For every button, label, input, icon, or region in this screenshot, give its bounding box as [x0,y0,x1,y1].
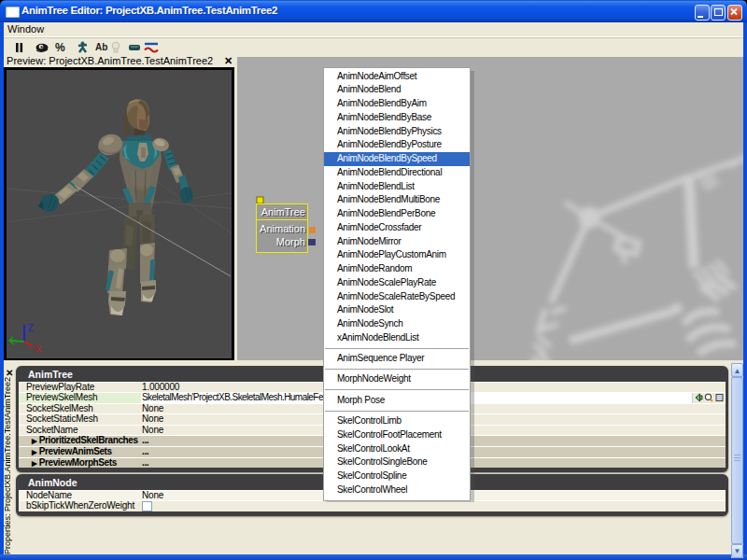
svg-text:AnimTree: AnimTree [261,206,305,217]
svg-text:Ab: Ab [95,42,107,52]
svg-text:Z: Z [28,323,34,333]
svg-text:%: % [55,41,65,54]
svg-text:Animation: Animation [260,223,305,234]
svg-text:X: X [35,344,42,355]
svg-text:Morph: Morph [276,236,305,247]
